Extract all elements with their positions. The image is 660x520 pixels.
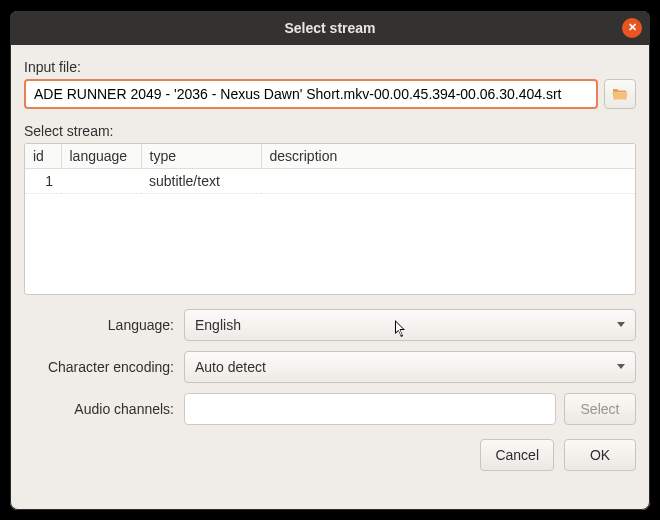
- folder-open-icon: [611, 87, 629, 101]
- col-description[interactable]: description: [261, 144, 635, 169]
- encoding-value: Auto detect: [195, 359, 266, 375]
- cursor-icon: [395, 320, 408, 338]
- settings-form: Language: English Character encoding: Au…: [24, 309, 636, 425]
- dialog-footer: Cancel OK: [24, 439, 636, 471]
- content-area: Input file: Select stream: id language t: [10, 45, 650, 510]
- window-title: Select stream: [284, 20, 375, 36]
- cell-type: subtitle/text: [141, 168, 261, 193]
- input-file-field-wrap: [24, 79, 598, 109]
- close-icon: ✕: [628, 21, 637, 34]
- cell-language: [61, 168, 141, 193]
- cell-description: [261, 168, 635, 193]
- encoding-label: Character encoding:: [24, 359, 184, 375]
- browse-button[interactable]: [604, 79, 636, 109]
- col-type[interactable]: type: [141, 144, 261, 169]
- dialog-window: Select stream ✕ Input file: Select strea…: [10, 11, 650, 510]
- table-header-row: id language type description: [25, 144, 635, 169]
- stream-table[interactable]: id language type description 1 subtitle/…: [24, 143, 636, 295]
- cancel-button[interactable]: Cancel: [480, 439, 554, 471]
- select-stream-label: Select stream:: [24, 123, 636, 139]
- input-file-row: [24, 79, 636, 109]
- language-label: Language:: [24, 317, 184, 333]
- cell-id: 1: [25, 168, 61, 193]
- chevron-down-icon: [617, 364, 625, 369]
- language-value: English: [195, 317, 241, 333]
- select-audio-button: Select: [564, 393, 636, 425]
- col-id[interactable]: id: [25, 144, 61, 169]
- close-button[interactable]: ✕: [622, 18, 642, 38]
- ok-button[interactable]: OK: [564, 439, 636, 471]
- encoding-dropdown[interactable]: Auto detect: [184, 351, 636, 383]
- language-dropdown[interactable]: English: [184, 309, 636, 341]
- table-row[interactable]: 1 subtitle/text: [25, 168, 635, 193]
- audio-label: Audio channels:: [24, 401, 184, 417]
- input-file-label: Input file:: [24, 59, 636, 75]
- stream-table-inner: id language type description 1 subtitle/…: [25, 144, 635, 194]
- audio-row: Select: [184, 393, 636, 425]
- chevron-down-icon: [617, 322, 625, 327]
- col-language[interactable]: language: [61, 144, 141, 169]
- audio-channels-field[interactable]: [184, 393, 556, 425]
- input-file-field[interactable]: [34, 86, 588, 102]
- titlebar: Select stream ✕: [10, 11, 650, 45]
